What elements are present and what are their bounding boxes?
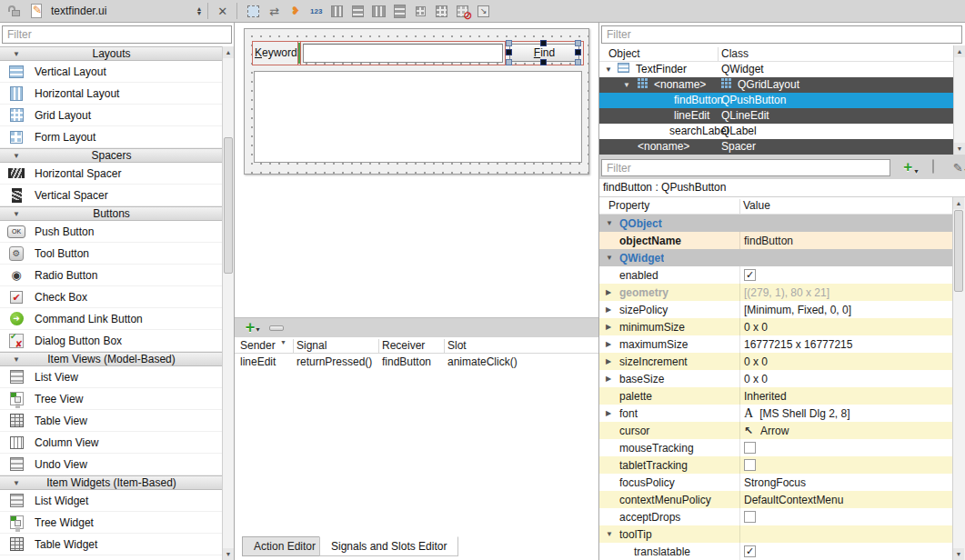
resize-handle[interactable] xyxy=(506,59,512,65)
property-editor-scrollbar[interactable]: ▲ ▼ xyxy=(952,197,965,560)
resize-handle[interactable] xyxy=(540,59,547,65)
spinner-arrows-icon[interactable]: ▲▼ xyxy=(196,6,202,15)
property-row-tooltip[interactable]: ▼toolTip xyxy=(599,525,953,543)
sidebar-item-horizontal-spacer[interactable]: Horizontal Spacer xyxy=(0,163,223,185)
resize-handle[interactable] xyxy=(575,59,581,65)
object-row-lineedit[interactable]: lineEdit QLineEdit xyxy=(599,108,954,124)
object-row-textfinder[interactable]: ▼ TextFinder QWidget xyxy=(599,62,954,77)
object-row-spacer[interactable]: <noname> Spacer xyxy=(599,139,954,155)
text-edit[interactable] xyxy=(254,71,582,163)
property-row-mousetracking[interactable]: mouseTracking xyxy=(599,439,953,456)
unlock-icon[interactable] xyxy=(7,4,22,18)
property-row-tablettracking[interactable]: tabletTracking xyxy=(599,456,953,474)
sidebar-item-vertical-spacer[interactable]: Vertical Spacer xyxy=(0,185,223,206)
column-header-sender[interactable]: Sender xyxy=(240,339,276,352)
object-inspector-filter-input[interactable] xyxy=(601,25,962,44)
column-divider[interactable] xyxy=(378,339,379,353)
object-inspector-scrollbar[interactable]: ▲ ▼ xyxy=(953,45,965,155)
layout-horizontal-splitter-button[interactable] xyxy=(368,1,389,21)
property-row-objectname[interactable]: objectNamefindButton xyxy=(599,232,953,249)
property-row-focuspolicy[interactable]: focusPolicyStrongFocus xyxy=(599,474,953,491)
section-header-layouts[interactable]: ▼Layouts xyxy=(0,46,223,61)
sidebar-item-tree-view[interactable]: Tree View xyxy=(0,388,223,410)
resize-handle[interactable] xyxy=(506,40,512,46)
sidebar-item-form-layout[interactable]: Form Layout xyxy=(0,126,223,148)
property-row-acceptdrops[interactable]: acceptDrops xyxy=(599,508,953,525)
sidebar-item-tree-widget[interactable]: Tree Widget xyxy=(0,512,223,534)
sidebar-item-dialog-button-box[interactable]: Dialog Button Box xyxy=(0,330,223,352)
tab-action-editor[interactable]: Action Editor xyxy=(242,536,327,556)
connection-sender[interactable]: lineEdit xyxy=(240,355,276,368)
collapse-triangle-icon[interactable]: ▼ xyxy=(606,530,613,538)
expand-triangle-icon[interactable]: ▶ xyxy=(606,305,611,314)
column-divider[interactable] xyxy=(739,199,740,214)
section-header-item-views[interactable]: ▼Item Views (Model-Based) xyxy=(0,352,223,366)
scroll-down-icon[interactable]: ▼ xyxy=(954,143,965,155)
sidebar-item-table-view[interactable]: Table View xyxy=(0,410,223,432)
resize-handle[interactable] xyxy=(575,40,581,46)
expand-triangle-icon[interactable]: ▼ xyxy=(605,65,612,74)
column-divider[interactable] xyxy=(293,339,294,353)
expand-triangle-icon[interactable]: ▶ xyxy=(606,375,611,383)
add-property-button[interactable]: +▼ xyxy=(900,160,916,176)
sidebar-item-tool-button[interactable]: ⚙Tool Button xyxy=(0,243,223,265)
property-row-sizeincrement[interactable]: ▶sizeIncrement0 x 0 xyxy=(599,353,953,370)
expand-triangle-icon[interactable]: ▼ xyxy=(623,81,630,89)
layout-horizontally-button[interactable] xyxy=(327,1,347,21)
add-connection-button[interactable]: +▼ xyxy=(242,320,258,336)
layout-form-button[interactable] xyxy=(431,1,452,21)
checkbox-checked[interactable] xyxy=(744,269,756,281)
column-header-receiver[interactable]: Receiver xyxy=(382,339,425,352)
object-row-gridlayout[interactable]: ▼ <noname> QGridLayout xyxy=(599,77,954,93)
property-row-basesize[interactable]: ▶baseSize0 x 0 xyxy=(599,370,953,387)
column-divider[interactable] xyxy=(444,339,445,353)
column-divider[interactable] xyxy=(718,47,719,61)
sidebar-item-list-widget[interactable]: List Widget xyxy=(0,490,223,512)
sidebar-item-check-box[interactable]: ✔Check Box xyxy=(0,286,223,308)
resize-handle[interactable] xyxy=(506,49,512,55)
property-group-qobject[interactable]: ▼QObject xyxy=(599,215,953,232)
widget-box-filter-input[interactable] xyxy=(2,25,232,44)
property-row-cursor[interactable]: cursor↖Arrow xyxy=(599,422,953,439)
layout-vertically-button[interactable] xyxy=(347,1,368,21)
property-row-translatable[interactable]: translatable xyxy=(599,543,953,560)
tab-signals-slots-editor[interactable]: Signals and Slots Editor xyxy=(319,536,458,556)
search-label[interactable]: Keyword: xyxy=(255,46,300,59)
resize-handle[interactable] xyxy=(540,40,547,46)
section-header-spacers[interactable]: ▼Spacers xyxy=(0,148,223,163)
expand-triangle-icon[interactable]: ▶ xyxy=(606,340,611,348)
property-row-palette[interactable]: paletteInherited xyxy=(599,387,953,405)
edit-signals-slots-button[interactable]: ⇄ xyxy=(264,1,285,21)
scroll-down-icon[interactable]: ▼ xyxy=(953,548,964,560)
column-header-signal[interactable]: Signal xyxy=(297,339,327,352)
configure-property-editor-button[interactable]: ✎▼ xyxy=(950,160,965,176)
expand-triangle-icon[interactable]: ▶ xyxy=(606,357,611,365)
expand-triangle-icon[interactable]: ▶ xyxy=(606,409,611,417)
connection-slot[interactable]: animateClick() xyxy=(447,355,518,368)
checkbox-unchecked[interactable] xyxy=(744,459,756,471)
remove-property-button[interactable] xyxy=(925,160,941,176)
column-header-object[interactable]: Object xyxy=(608,47,640,60)
sidebar-item-vertical-layout[interactable]: Vertical Layout xyxy=(0,61,223,83)
scroll-up-icon[interactable]: ▲ xyxy=(954,45,965,57)
scroll-up-icon[interactable]: ▲ xyxy=(223,46,234,58)
property-row-sizepolicy[interactable]: ▶sizePolicy[Minimum, Fixed, 0, 0] xyxy=(599,301,953,318)
layout-grid-button[interactable] xyxy=(410,1,431,21)
connection-receiver[interactable]: findButton xyxy=(382,355,431,368)
edit-buddies-button[interactable]: ❥ xyxy=(285,1,306,21)
property-row-geometry[interactable]: ▶geometry[(279, 1), 80 x 21] xyxy=(599,284,953,301)
sidebar-item-push-button[interactable]: OKPush Button xyxy=(0,221,223,243)
layout-vertical-splitter-button[interactable] xyxy=(389,1,410,21)
break-layout-button[interactable] xyxy=(452,1,473,21)
checkbox-unchecked[interactable] xyxy=(744,442,756,454)
scrollbar-thumb[interactable] xyxy=(224,137,233,274)
widget-box-scrollbar[interactable]: ▲ ▼ xyxy=(222,46,234,560)
property-group-qwidget[interactable]: ▼QWidget xyxy=(599,249,953,266)
close-icon[interactable]: ✕ xyxy=(214,5,231,18)
sidebar-item-radio-button[interactable]: ◉Radio Button xyxy=(0,265,223,286)
column-header-class[interactable]: Class xyxy=(721,47,749,60)
edit-tab-order-button[interactable]: 123 xyxy=(306,1,327,21)
edit-widgets-button[interactable] xyxy=(243,1,264,21)
scroll-up-icon[interactable]: ▲ xyxy=(953,197,964,209)
property-filter-input[interactable] xyxy=(601,159,890,176)
